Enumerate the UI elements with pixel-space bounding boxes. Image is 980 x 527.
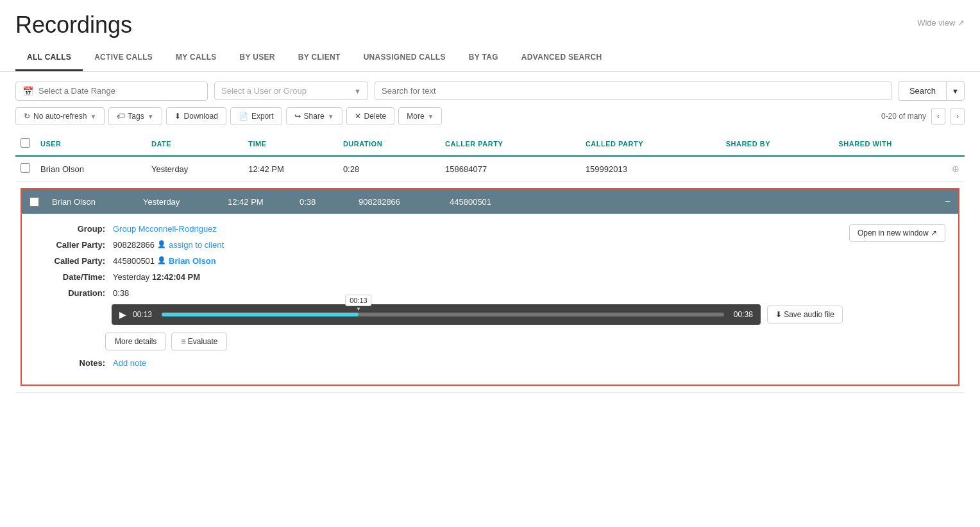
user-group-placeholder: Select a User or Group <box>221 86 349 96</box>
search-button[interactable]: Search <box>899 81 946 101</box>
delete-icon: ✕ <box>355 112 361 121</box>
row1-shared-with: ⊕ <box>834 156 965 182</box>
pagination-controls: 0-20 of many ‹ › <box>881 108 965 125</box>
audio-progress-fill <box>162 313 359 316</box>
actions-row: ↻ No auto-refresh ▼ 🏷 Tags ▼ ⬇ Download … <box>0 101 980 132</box>
audio-current-time: 00:13 <box>133 310 155 319</box>
prev-page-button[interactable]: ‹ <box>931 108 945 125</box>
called-party-user-link[interactable]: Brian Olson <box>169 256 216 266</box>
row1-expand-icon[interactable]: ⊕ <box>952 164 959 174</box>
assign-to-client-link[interactable]: assign to client <box>169 240 224 250</box>
user-icon: 👤 <box>157 256 166 264</box>
detail-datetime-row: Date/Time: Yesterday 12:42:04 PM <box>35 272 843 282</box>
tags-button[interactable]: 🏷 Tags ▼ <box>108 107 162 125</box>
more-arrow-icon: ▼ <box>428 113 434 120</box>
search-text-input[interactable] <box>382 86 885 96</box>
row2-collapse-button[interactable]: − <box>945 196 950 207</box>
download-button[interactable]: ⬇ Download <box>166 107 226 125</box>
expanded-body: Group: Group Mcconnell-Rodriguez Caller … <box>22 214 958 384</box>
duration-label: Duration: <box>35 288 105 298</box>
col-header-duration[interactable]: DURATION <box>338 132 440 156</box>
select-all-checkbox[interactable] <box>21 138 30 148</box>
detail-duration-row: Duration: 0:38 <box>35 288 843 298</box>
tab-by-client[interactable]: BY CLIENT <box>287 45 352 71</box>
filters-row: 📅 Select a User or Group ▼ Search ▼ <box>0 72 980 101</box>
date-range-picker[interactable]: 📅 <box>15 82 208 101</box>
assign-icon: 👤 <box>157 240 166 248</box>
expanded-panel: Brian Olson Yesterday 12:42 PM 0:38 9082… <box>21 188 959 386</box>
audio-progress-track[interactable]: 00:13 <box>162 313 724 316</box>
btn-arrow-icon: ▼ <box>90 113 96 120</box>
more-details-button[interactable]: More details <box>105 333 166 350</box>
row2-checkbox[interactable] <box>30 197 39 207</box>
detail-group-row: Group: Group Mcconnell-Rodriguez <box>35 224 843 234</box>
dropdown-arrow-icon: ▼ <box>354 87 361 95</box>
notes-label: Notes: <box>35 358 105 368</box>
share-label: Share <box>304 112 325 121</box>
row2-header-called: 445800501 <box>444 197 528 207</box>
tab-unassigned-calls[interactable]: UNASSIGNED CALLS <box>352 45 457 71</box>
col-header-called-party[interactable]: CALLED PARTY <box>580 132 721 156</box>
actions-left: ↻ No auto-refresh ▼ 🏷 Tags ▼ ⬇ Download … <box>15 107 442 125</box>
table-row: Brian Olson Yesterday 12:42 PM 0:28 1586… <box>15 156 965 182</box>
audio-total-time: 00:38 <box>731 310 753 319</box>
called-party-label: Called Party: <box>35 256 105 266</box>
row2-header-date: Yesterday <box>138 197 215 207</box>
caller-party-label: Caller Party: <box>35 240 105 250</box>
expanded-row-cell: Brian Olson Yesterday 12:42 PM 0:38 9082… <box>15 182 965 393</box>
user-group-select[interactable]: Select a User or Group ▼ <box>214 82 368 100</box>
tab-advanced-search[interactable]: ADVANCED SEARCH <box>510 45 614 71</box>
col-header-shared-by[interactable]: SHARED BY <box>721 132 834 156</box>
tags-label: Tags <box>128 112 144 121</box>
next-page-button[interactable]: › <box>950 108 965 125</box>
caller-party-value: 908282866 <box>113 240 155 250</box>
evaluate-button[interactable]: ≡ Evaluate <box>171 333 227 350</box>
share-button[interactable]: ↪ Share ▼ <box>286 107 342 125</box>
tabs-list: ALL CALLS ACTIVE CALLS MY CALLS BY USER … <box>15 45 965 71</box>
delete-label: Delete <box>364 112 387 121</box>
row1-shared-by <box>721 156 834 182</box>
refresh-icon: ↻ <box>24 112 30 121</box>
tab-my-calls[interactable]: MY CALLS <box>164 45 228 71</box>
add-note-link[interactable]: Add note <box>113 358 146 368</box>
export-button[interactable]: 📄 Export <box>230 107 282 125</box>
col-header-shared-with[interactable]: SHARED WITH <box>834 132 965 156</box>
share-arrow-icon: ▼ <box>328 113 334 120</box>
row1-date: Yesterday <box>146 156 243 182</box>
group-value[interactable]: Group Mcconnell-Rodriguez <box>113 224 217 234</box>
duration-value: 0:38 <box>113 288 129 298</box>
open-new-window-button[interactable]: Open in new window ↗ <box>849 224 945 242</box>
more-label: More <box>407 112 424 121</box>
row2-header-duration: 0:38 <box>294 197 346 207</box>
col-header-caller-party[interactable]: CALLER PARTY <box>440 132 580 156</box>
col-header-user[interactable]: USER <box>35 132 146 156</box>
tab-active-calls[interactable]: ACTIVE CALLS <box>83 45 164 71</box>
search-button-group: Search ▼ <box>899 81 965 101</box>
col-header-time[interactable]: TIME <box>243 132 338 156</box>
tab-all-calls[interactable]: ALL CALLS <box>15 45 83 71</box>
no-auto-refresh-button[interactable]: ↻ No auto-refresh ▼ <box>15 107 105 125</box>
called-party-value: 445800501 <box>113 256 155 266</box>
more-button[interactable]: More ▼ <box>398 107 442 125</box>
datetime-label: Date/Time: <box>35 272 105 282</box>
row2-header-user: Brian Olson <box>47 197 130 207</box>
delete-button[interactable]: ✕ Delete <box>346 107 395 125</box>
tab-by-user[interactable]: BY USER <box>228 45 287 71</box>
tab-by-tag[interactable]: BY TAG <box>457 45 510 71</box>
export-icon: 📄 <box>239 112 248 121</box>
col-header-date[interactable]: DATE <box>146 132 243 156</box>
search-dropdown-button[interactable]: ▼ <box>946 81 965 101</box>
save-audio-button[interactable]: ⬇ Save audio file <box>767 306 843 324</box>
row1-called-party: 159992013 <box>580 156 721 182</box>
date-range-input[interactable] <box>38 86 201 96</box>
row1-checkbox[interactable] <box>21 163 30 173</box>
tags-arrow-icon: ▼ <box>148 113 154 120</box>
wide-view-button[interactable]: Wide view ↗ <box>917 12 965 28</box>
export-label: Export <box>251 112 274 121</box>
tabs-bar: ALL CALLS ACTIVE CALLS MY CALLS BY USER … <box>0 45 980 72</box>
detail-caller-row: Caller Party: 908282866 👤 assign to clie… <box>35 240 843 250</box>
datetime-value: Yesterday <box>113 272 149 282</box>
calendar-icon: 📅 <box>22 86 33 96</box>
audio-player: ▶ 00:13 00:13 00:38 <box>35 304 843 325</box>
play-button[interactable]: ▶ <box>119 309 126 320</box>
